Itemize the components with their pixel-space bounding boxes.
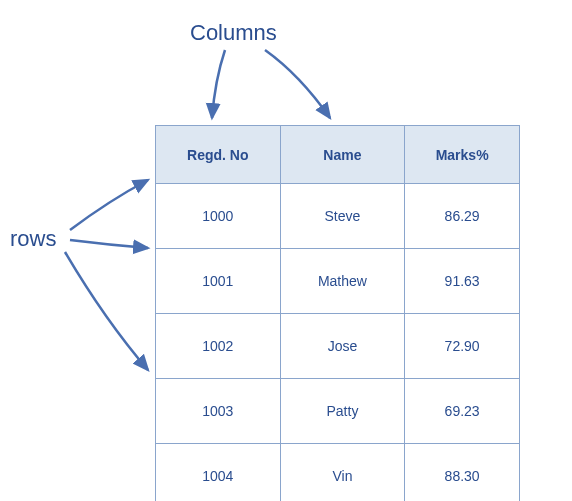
cell-name: Jose <box>280 314 405 379</box>
cell-marks: 88.30 <box>405 444 520 502</box>
col-header-name: Name <box>280 126 405 184</box>
table-row: 1004 Vin 88.30 <box>156 444 520 502</box>
cell-marks: 91.63 <box>405 249 520 314</box>
cell-marks: 72.90 <box>405 314 520 379</box>
table-header-row: Regd. No Name Marks% <box>156 126 520 184</box>
cell-name: Vin <box>280 444 405 502</box>
col-header-marks: Marks% <box>405 126 520 184</box>
cell-regd: 1002 <box>156 314 281 379</box>
cell-regd: 1004 <box>156 444 281 502</box>
cell-name: Mathew <box>280 249 405 314</box>
table-row: 1002 Jose 72.90 <box>156 314 520 379</box>
cell-regd: 1000 <box>156 184 281 249</box>
cell-regd: 1001 <box>156 249 281 314</box>
cell-name: Steve <box>280 184 405 249</box>
data-table: Regd. No Name Marks% 1000 Steve 86.29 10… <box>155 125 520 501</box>
table-row: 1000 Steve 86.29 <box>156 184 520 249</box>
rows-label: rows <box>10 226 56 252</box>
cell-name: Patty <box>280 379 405 444</box>
cell-regd: 1003 <box>156 379 281 444</box>
table-row: 1003 Patty 69.23 <box>156 379 520 444</box>
cell-marks: 86.29 <box>405 184 520 249</box>
col-header-regd: Regd. No <box>156 126 281 184</box>
table-row: 1001 Mathew 91.63 <box>156 249 520 314</box>
columns-label: Columns <box>190 20 277 46</box>
cell-marks: 69.23 <box>405 379 520 444</box>
